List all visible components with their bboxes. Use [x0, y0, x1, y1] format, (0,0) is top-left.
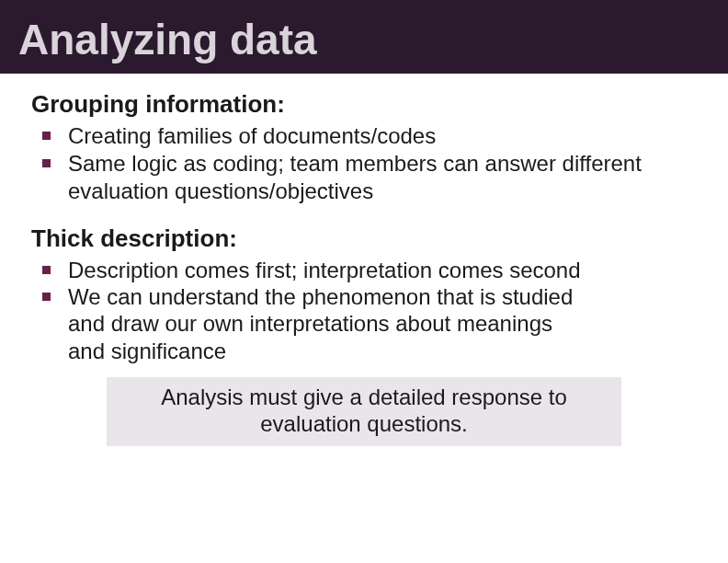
bullet-item: Description comes first; interpretation … [68, 257, 586, 283]
slide-title: Analyzing data [18, 18, 710, 61]
bullet-list: Description comes first; interpretation … [31, 257, 697, 364]
section-heading: Grouping information: [31, 90, 697, 119]
callout-box: Analysis must give a detailed response t… [107, 377, 621, 447]
callout-text: Analysis must give a detailed response t… [125, 385, 603, 438]
bullet-item: Same logic as coding; team members can a… [68, 150, 697, 204]
bullet-list: Creating families of documents/codes Sam… [31, 122, 697, 204]
header-bar: Analyzing data [0, 0, 728, 74]
section-thick-description: Thick description: Description comes fir… [31, 224, 697, 364]
slide-content: Grouping information: Creating families … [0, 74, 728, 446]
section-grouping: Grouping information: Creating families … [31, 90, 697, 204]
bullet-item: Creating families of documents/codes [68, 122, 697, 149]
section-heading: Thick description: [31, 224, 697, 253]
bullet-item: We can understand the phenomenon that is… [68, 283, 586, 364]
